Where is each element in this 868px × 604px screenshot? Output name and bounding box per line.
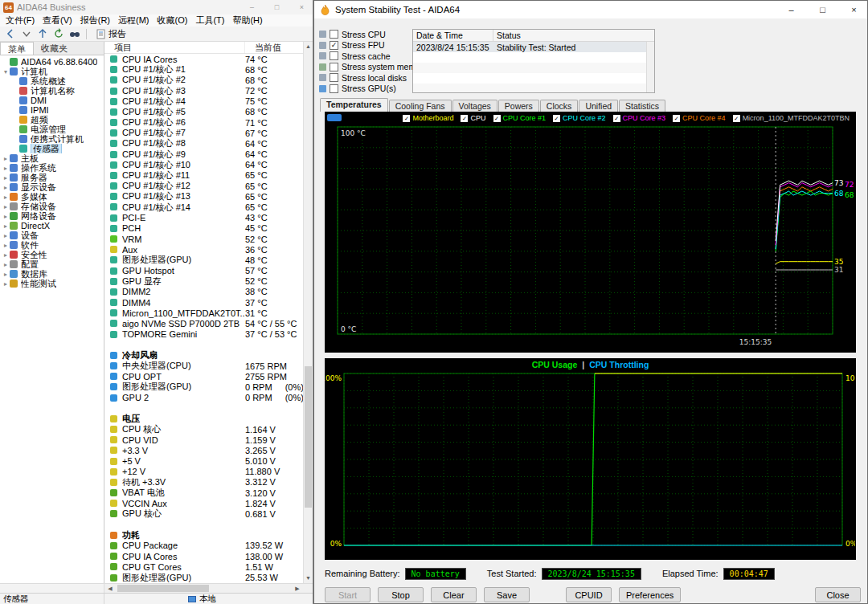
tab-clocks[interactable]: Clocks: [540, 100, 579, 112]
cpuid-button[interactable]: CPUID: [566, 587, 612, 602]
scroll-up-arrow[interactable]: ▲: [304, 42, 313, 51]
legend-cpu-core-3[interactable]: ✓CPU Core #3: [613, 114, 666, 122]
start-button[interactable]: Start: [325, 587, 371, 602]
sensor-row[interactable]: 图形处理器(GPU)0 RPM(0%): [104, 382, 303, 392]
sensor-row[interactable]: CPU Package139.52 W: [104, 541, 303, 551]
report-button[interactable]: 报告: [92, 27, 131, 40]
scroll-left-arrow[interactable]: ◀: [104, 584, 116, 593]
legend-cpu-core-4[interactable]: ✓CPU Core #4: [673, 114, 726, 122]
close-button[interactable]: ×: [841, 1, 867, 18]
sensor-row[interactable]: CPU #1/核心 #168 °C: [104, 64, 303, 75]
sensor-row[interactable]: 待机 +3.3V3.312 V: [104, 477, 303, 488]
collapsed-arrow-icon[interactable]: ▸: [2, 251, 10, 259]
expanded-arrow-icon[interactable]: ▾: [2, 68, 10, 76]
sensor-row[interactable]: CPU 核心1.164 V: [104, 424, 303, 435]
collapsed-arrow-icon[interactable]: ▸: [2, 155, 10, 162]
legend-checkbox[interactable]: ✓: [613, 115, 620, 122]
legend-motherboard[interactable]: ✓Motherboard: [403, 114, 453, 122]
up-icon[interactable]: [35, 27, 49, 40]
maximize-button[interactable]: □: [809, 1, 836, 18]
sensor-row[interactable]: CPU #1/核心 #1465 °C: [104, 202, 303, 212]
tab-unified[interactable]: Unified: [579, 100, 618, 112]
hscrollbar-thumb[interactable]: [117, 585, 209, 592]
tree-item-motherboard[interactable]: ▸主板: [0, 153, 104, 163]
sensor-row[interactable]: Micron_1100_MTFDDAK2T0T...31 °C: [104, 308, 303, 318]
legend-checkbox[interactable]: ✓: [553, 115, 560, 122]
tab-temperatures[interactable]: Temperatures: [320, 98, 388, 112]
tree-item-network-devices[interactable]: ▸网络设备: [0, 211, 104, 221]
chevron-down-icon[interactable]: [19, 27, 33, 40]
column-header-value[interactable]: 当前值: [245, 42, 281, 54]
legend-cpu-core-2[interactable]: ✓CPU Core #2: [553, 114, 606, 122]
close-button[interactable]: Close: [815, 587, 861, 602]
panel-tab-menu[interactable]: 菜单: [0, 42, 34, 55]
tree-item-system-overview[interactable]: 系统概述: [0, 76, 104, 86]
sensor-row[interactable]: GPU 显存52 °C: [104, 276, 303, 287]
sensor-row[interactable]: VBAT 电池3.120 V: [104, 488, 303, 498]
tab-voltages[interactable]: Voltages: [452, 100, 497, 112]
tree-item-overclock[interactable]: 超频: [0, 115, 104, 124]
sensor-row[interactable]: aigo NVMe SSD P7000D 2TB54 °C / 55 °C: [104, 318, 303, 329]
tab-powers[interactable]: Powers: [498, 100, 539, 112]
sensor-row[interactable]: CPU #1/核心 #268 °C: [104, 75, 303, 85]
sensor-row[interactable]: +3.3 V3.265 V: [104, 445, 303, 455]
tree-item-portable-computer[interactable]: 便携式计算机: [0, 134, 104, 144]
sensor-row[interactable]: CPU #1/核心 #372 °C: [104, 86, 303, 96]
sensor-row[interactable]: GPU Hotspot57 °C: [104, 265, 303, 275]
sensor-row[interactable]: CPU #1/核心 #671 °C: [104, 117, 303, 128]
sensor-row[interactable]: CPU #1/核心 #964 °C: [104, 149, 303, 160]
legend-checkbox[interactable]: ✓: [733, 115, 740, 122]
collapsed-arrow-icon[interactable]: ▸: [2, 242, 10, 249]
checkbox-stress-gpus[interactable]: [330, 84, 338, 93]
panel-tab-favorites[interactable]: 收藏夹: [34, 42, 75, 55]
checkbox-stress-cpu[interactable]: [330, 30, 338, 39]
tree-item-directx[interactable]: ▸DirectX: [0, 221, 104, 231]
sensor-row[interactable]: CPU OPT2755 RPM: [104, 371, 303, 382]
collapsed-arrow-icon[interactable]: ▸: [2, 194, 10, 201]
log-row[interactable]: 2023/8/24 15:15:35Stability Test: Starte…: [413, 42, 654, 52]
menu-tools[interactable]: 工具(T): [191, 14, 228, 27]
sensor-row[interactable]: CPU #1/核心 #767 °C: [104, 128, 303, 138]
checkbox-stress-cache[interactable]: [330, 51, 338, 60]
legend-checkbox[interactable]: ✓: [461, 115, 468, 122]
clear-button[interactable]: Clear: [431, 587, 477, 602]
minimize-button[interactable]: –: [241, 0, 263, 14]
legend-micron-1100-mtfddak2t0tbn[interactable]: ✓Micron_1100_MTFDDAK2T0TBN: [733, 114, 850, 122]
tree-item-database[interactable]: ▸数据库: [0, 269, 104, 279]
sensor-group-header[interactable]: 电压: [104, 414, 303, 424]
sensor-row[interactable]: VRM52 °C: [104, 234, 303, 244]
collapsed-arrow-icon[interactable]: ▸: [2, 184, 10, 191]
menu-favorites[interactable]: 收藏(O): [154, 14, 192, 27]
checkbox-stress-local-disks[interactable]: [330, 73, 338, 82]
tree-item-display-devices[interactable]: ▸显示设备: [0, 182, 104, 192]
tree-item-storage-devices[interactable]: ▸存储设备: [0, 202, 104, 211]
legend-checkbox[interactable]: ✓: [493, 115, 501, 122]
tab-cooling-fans[interactable]: Cooling Fans: [389, 100, 452, 112]
tree-item-software[interactable]: ▸软件: [0, 240, 104, 250]
sensor-row[interactable]: CPU GT Cores1.51 W: [104, 561, 303, 572]
tree-item-computer[interactable]: ▾计算机: [0, 67, 104, 76]
menu-remote[interactable]: 远程(M): [114, 14, 154, 27]
tree-item-multimedia[interactable]: ▸多媒体: [0, 192, 104, 202]
sensor-row[interactable]: CPU VID1.159 V: [104, 435, 303, 445]
scroll-right-arrow[interactable]: ▶: [292, 584, 303, 593]
menu-file[interactable]: 文件(F): [2, 14, 39, 27]
sensor-row[interactable]: CPU IA Cores138.00 W: [104, 551, 303, 561]
tree-item-security[interactable]: ▸安全性: [0, 250, 104, 259]
column-status[interactable]: Status: [493, 31, 654, 40]
tree-item-dmi[interactable]: DMI: [0, 96, 104, 105]
sensor-row[interactable]: TOPMORE Gemini37 °C / 53 °C: [104, 329, 303, 339]
log-table-scrollbar[interactable]: [646, 42, 654, 92]
close-button[interactable]: ×: [291, 0, 313, 14]
sensor-row[interactable]: 图形处理器(GPU)48 °C: [104, 255, 303, 265]
sensor-row[interactable]: CPU #1/核心 #864 °C: [104, 138, 303, 149]
collapsed-arrow-icon[interactable]: ▸: [2, 222, 10, 230]
sensor-row[interactable]: CPU #1/核心 #475 °C: [104, 96, 303, 107]
column-header-item[interactable]: 项目: [104, 42, 245, 53]
vertical-scrollbar[interactable]: ▲ ▼: [303, 42, 313, 583]
minimize-button[interactable]: –: [778, 1, 805, 18]
collapsed-arrow-icon[interactable]: ▸: [2, 213, 10, 220]
tree-item-server[interactable]: ▸服务器: [0, 173, 104, 182]
tree-item-power-management[interactable]: 电源管理: [0, 124, 104, 134]
sensor-row[interactable]: DIMM238 °C: [104, 287, 303, 297]
